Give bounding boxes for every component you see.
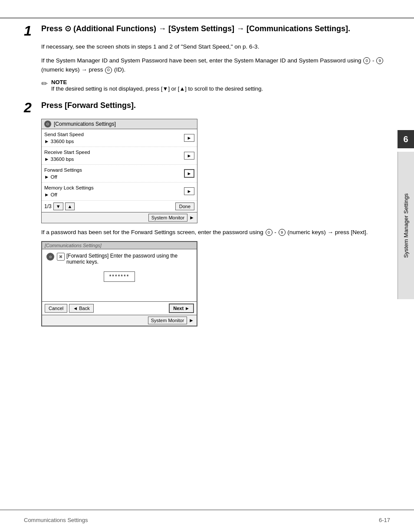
top-rule [0, 17, 414, 19]
back-button[interactable]: ◄ Back [69, 304, 93, 313]
nine-key-icon: 9 [376, 57, 383, 64]
cancel-button[interactable]: Cancel [45, 304, 67, 313]
step-1-para1: If necessary, see the screen shots in st… [41, 42, 390, 52]
footer-left: Communications Settings [24, 517, 88, 523]
step-2: 2 Press [Forward Settings]. ⊙ [Communica… [24, 101, 390, 326]
screen-nav-left: 1/3 ▼ ▲ [44, 202, 75, 210]
note-text: If the desired setting is not displayed,… [51, 85, 263, 92]
screen-row-4: Memory Lock Settings► Off ► [42, 183, 197, 200]
step-1-body: If necessary, see the screen shots in st… [41, 42, 390, 75]
screen-row-1-label: Send Start Speed► 33600 bps [44, 131, 84, 145]
screen-2-header-text: [Communications Settings] [45, 243, 102, 248]
step-1-header: 1 Press ⊙ (Additional Functions) → [Syst… [24, 24, 390, 38]
nav-down-button[interactable]: ▼ [53, 202, 63, 210]
password-display: ******* [104, 271, 135, 282]
note-icon: ✏ [41, 79, 48, 88]
note-title: NOTE [51, 79, 263, 85]
screen-row-4-sub: ► Off [44, 192, 57, 197]
system-monitor-button-1[interactable]: System Monitor [148, 214, 187, 222]
screen-2-message: [Forward Settings] Enter the password us… [66, 253, 192, 265]
screen-msg-row: ⊙ ⌘ [Forward Settings] Enter the passwor… [46, 253, 192, 265]
step-2-para-text: If a password has been set for the Forwa… [41, 228, 390, 237]
nine-key2-icon: 9 [279, 229, 286, 236]
screen-row-1: Send Start Speed► 33600 bps ► [42, 129, 197, 147]
next-button[interactable]: Next ► [169, 304, 194, 313]
screen-1-icon: ⊙ [44, 121, 51, 127]
screen-row-4-label: Memory Lock Settings► Off [44, 184, 94, 198]
system-monitor-arrow-2: ► [189, 317, 194, 323]
done-button[interactable]: Done [175, 202, 194, 210]
nav-up-button[interactable]: ▲ [65, 202, 75, 210]
step-2-title: Press [Forward Settings]. [41, 101, 136, 111]
screen-2-body: ⊙ ⌘ [Forward Settings] Enter the passwor… [42, 249, 197, 301]
page: 6 System Manager Settings 1 Press ⊙ (Add… [0, 0, 414, 532]
step-1-para2: If the System Manager ID and System Pass… [41, 56, 390, 75]
screen-row-2-arrow[interactable]: ► [184, 152, 194, 160]
step-1-number: 1 [24, 24, 36, 38]
section-number: 6 [398, 130, 414, 148]
step-2-para: If a password has been set for the Forwa… [41, 228, 390, 237]
screen-row-3: Forward Settings► Off ► [42, 165, 197, 183]
bottom-rule [0, 509, 414, 510]
screen-1-mockup: ⊙ [Communications Settings] Send Start S… [41, 119, 197, 223]
step-1-title: Press ⊙ (Additional Functions) → [System… [41, 24, 350, 34]
footer-right: 6-17 [379, 517, 390, 523]
note-block: ✏ NOTE If the desired setting is not dis… [41, 79, 390, 92]
step-1: 1 Press ⊙ (Additional Functions) → [Syst… [24, 24, 390, 92]
system-monitor-button-2[interactable]: System Monitor [148, 317, 187, 324]
screen-row-1-sub: ► 33600 bps [44, 139, 74, 144]
step-2-header: 2 Press [Forward Settings]. [24, 101, 390, 114]
system-monitor-arrow: ► [189, 215, 194, 221]
screen-row-2-label: Receive Start Speed► 33600 bps [44, 149, 90, 163]
msg-icon2: ⌘ [57, 253, 65, 261]
screen-row-2: Receive Start Speed► 33600 bps ► [42, 147, 197, 165]
id-key-icon: ⊙ [105, 67, 112, 74]
msg-icon: ⊙ [46, 253, 54, 261]
page-footer: Communications Settings 6-17 [24, 517, 390, 523]
screen-2-header: [Communications Settings] [42, 242, 197, 249]
screen-row-3-sub: ► Off [44, 174, 57, 180]
zero-key2-icon: 0 [266, 229, 273, 236]
screen-row-3-label: Forward Settings► Off [44, 166, 82, 180]
screen-row-3-arrow[interactable]: ► [184, 169, 194, 178]
screen-2-footer: System Monitor ► [42, 315, 197, 326]
screen-row-1-arrow[interactable]: ► [184, 134, 194, 142]
screen-1-footer: System Monitor ► [42, 212, 197, 223]
step-2-number: 2 [24, 101, 36, 114]
screen-btn-row: Cancel ◄ Back Next ► [42, 301, 197, 315]
sidebar-label: System Manager Settings [403, 193, 409, 258]
screen-row-2-sub: ► 33600 bps [44, 157, 74, 162]
screen-row-4-arrow[interactable]: ► [184, 187, 194, 195]
main-content: 1 Press ⊙ (Additional Functions) → [Syst… [24, 24, 390, 506]
screen-1-header-text: [Communications Settings] [54, 121, 116, 127]
sidebar-tab: System Manager Settings [398, 152, 414, 299]
password-field: ******* [46, 271, 192, 282]
page-indicator: 1/3 [44, 203, 52, 209]
zero-key-icon: 0 [363, 57, 370, 64]
screen-nav-row: 1/3 ▼ ▲ Done [42, 201, 197, 212]
screen-1-header: ⊙ [Communications Settings] [42, 119, 197, 129]
note-content: NOTE If the desired setting is not displ… [51, 79, 263, 92]
screen-2-mockup: [Communications Settings] ⊙ ⌘ [Forward S… [41, 241, 197, 326]
